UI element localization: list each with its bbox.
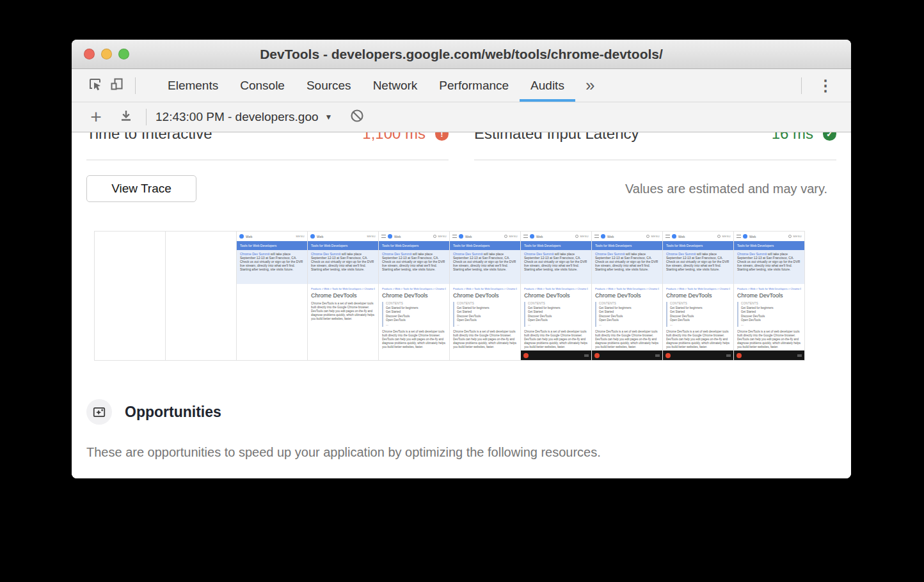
thumb-breadcrumb: Products > Web > Tools for Web Developer… [666, 287, 730, 290]
thumb-heading: Chrome DevTools [311, 292, 375, 299]
filmstrip-frame: WebMENUTools for Web DevelopersChrome De… [592, 232, 663, 360]
thumb-paragraph: Chrome DevTools is a set of web develope… [666, 330, 730, 349]
metric-time-to-interactive: Time to Interactive 1,100 ms ! [86, 132, 449, 161]
thumb-banner: Tools for Web Developers [521, 241, 591, 250]
thumb-heading: Chrome DevTools [666, 292, 730, 299]
menu-label: MENU [438, 235, 447, 238]
opportunities-description: These are opportunities to speed up your… [86, 445, 836, 460]
video-avatar-icon [523, 353, 529, 358]
pass-check-icon: ✓ [823, 132, 836, 141]
thumb-intro: Chrome Dev Summit will take place Septem… [237, 250, 307, 284]
thumb-banner: Tools for Web Developers [308, 241, 378, 250]
thumb-video [521, 350, 591, 360]
thumb-contents: CONTENTSGet Started for beginnersGet Sta… [382, 302, 446, 327]
thumb-banner: Tools for Web Developers [237, 241, 307, 250]
thumb-video [663, 350, 733, 360]
divider [801, 77, 802, 94]
site-logo-icon [530, 234, 534, 239]
tab-performance[interactable]: Performance [428, 69, 520, 102]
site-name: Web [246, 235, 252, 239]
tab-sources[interactable]: Sources [296, 69, 362, 102]
metrics-row: Time to Interactive 1,100 ms ! Estimated… [86, 132, 836, 161]
trace-row: View Trace Values are estimated and may … [86, 175, 836, 202]
metric-estimated-input-latency: Estimated Input Latency 16 ms ✓ [474, 132, 836, 161]
contents-line: ... [528, 323, 588, 327]
tab-network[interactable]: Network [362, 69, 429, 102]
metric-label: Time to Interactive [86, 132, 212, 143]
download-icon [119, 109, 133, 125]
opportunities-title: Opportunities [125, 404, 221, 421]
site-name: Web [465, 235, 472, 239]
site-logo-icon [459, 234, 463, 239]
window-title: DevTools - developers.google.com/web/too… [72, 47, 851, 62]
thumb-site-header: WebMENU [237, 232, 307, 241]
thumb-site-header: WebMENU [592, 232, 662, 241]
menu-label: MENU [367, 235, 376, 238]
thumb-intro: Chrome Dev Summit will take place Septem… [450, 250, 520, 284]
thumb-site-header: WebMENU [734, 232, 804, 241]
download-report-button[interactable] [115, 106, 137, 128]
thumb-intro-link: Chrome Dev Summit [666, 252, 696, 256]
thumb-heading: Chrome DevTools [595, 292, 659, 299]
thumb-intro-link: Chrome Dev Summit [382, 252, 411, 256]
thumb-intro-link: Chrome Dev Summit [524, 252, 554, 256]
divider [146, 109, 147, 125]
video-controls [655, 354, 660, 357]
thumb-breadcrumb: Products > Web > Tools for Web Developer… [737, 287, 801, 290]
hamburger-icon [381, 235, 386, 238]
thumb-paragraph: Chrome DevTools is a set of web develope… [311, 302, 375, 321]
estimate-disclaimer: Values are estimated and may vary. [625, 182, 836, 196]
inspect-element-button[interactable] [84, 75, 106, 97]
video-avatar-icon [737, 353, 742, 358]
inspect-cursor-icon [88, 77, 103, 95]
close-button[interactable] [84, 49, 95, 59]
thumb-site-header: WebMENU [379, 232, 449, 241]
filmstrip-frame: WebMENUTools for Web DevelopersChrome De… [308, 232, 379, 360]
search-icon [575, 235, 578, 238]
site-logo-icon [743, 234, 747, 239]
video-controls [726, 354, 731, 357]
device-toolbar-button[interactable] [106, 75, 128, 97]
tab-console[interactable]: Console [229, 69, 296, 102]
site-logo-icon [310, 234, 315, 239]
new-audit-button[interactable]: + [86, 107, 106, 127]
thumb-heading: Chrome DevTools [524, 292, 588, 299]
contents-line: ... [599, 323, 659, 327]
thumb-body: Products > Web > Tools for Web Developer… [663, 284, 733, 349]
thumb-breadcrumb: Products > Web > Tools for Web Developer… [311, 287, 375, 290]
view-trace-button[interactable]: View Trace [86, 175, 196, 202]
fullscreen-button[interactable] [118, 49, 129, 59]
title-bar: DevTools - developers.google.com/web/too… [72, 40, 851, 69]
thumb-contents: CONTENTSGet Started for beginnersGet Sta… [453, 302, 517, 327]
thumb-intro: Chrome Dev Summit will take place Septem… [663, 250, 733, 284]
hamburger-icon [523, 235, 528, 238]
thumb-intro: Chrome Dev Summit will take place Septem… [592, 250, 662, 284]
thumb-intro-link: Chrome Dev Summit [240, 252, 269, 256]
site-name: Web [394, 235, 401, 239]
tab-audits[interactable]: Audits [520, 69, 575, 102]
site-name: Web [607, 235, 614, 239]
site-logo-icon [239, 234, 244, 239]
device-toolbar-icon [109, 77, 125, 95]
traffic-lights [84, 40, 129, 68]
main-menu-button[interactable]: ⋮ [809, 69, 842, 102]
tab-elements[interactable]: Elements [157, 69, 229, 102]
minimize-button[interactable] [101, 49, 112, 59]
thumb-banner: Tools for Web Developers [734, 241, 804, 250]
filmstrip-frame: WebMENUTools for Web DevelopersChrome De… [521, 232, 592, 360]
thumb-breadcrumb: Products > Web > Tools for Web Developer… [382, 287, 446, 290]
thumb-site-header: WebMENU [308, 232, 378, 241]
video-controls [797, 354, 802, 357]
block-icon [349, 108, 365, 126]
thumb-intro-link: Chrome Dev Summit [311, 252, 340, 256]
thumb-video [592, 350, 662, 360]
menu-label: MENU [296, 235, 305, 238]
clear-audits-button[interactable] [346, 106, 368, 128]
audits-report[interactable]: Time to Interactive 1,100 ms ! Estimated… [72, 132, 851, 478]
more-tabs-button[interactable]: » [575, 69, 605, 102]
tab-strip: ElementsConsoleSourcesNetworkPerformance… [72, 69, 851, 102]
thumb-body: Products > Web > Tools for Web Developer… [379, 284, 449, 349]
audit-run-select[interactable]: 12:43:00 PM - developers.goo ▼ [155, 110, 332, 124]
menu-label: MENU [509, 235, 518, 238]
thumb-body: Products > Web > Tools for Web Developer… [308, 284, 378, 321]
